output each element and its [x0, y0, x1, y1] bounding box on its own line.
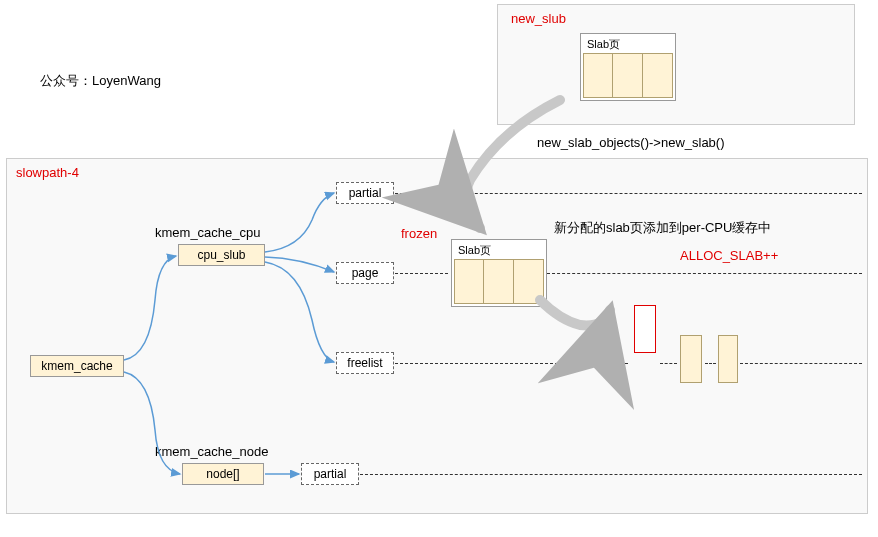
slab-cells-2 [454, 259, 544, 304]
slab-cell [613, 53, 643, 98]
node-label: kmem_cache_node [155, 444, 268, 459]
frozen-label: frozen [401, 226, 437, 241]
dash-freelist-c [705, 363, 716, 364]
node-box-text: node[] [206, 467, 239, 481]
slab-cell [583, 53, 613, 98]
credit-line: 公众号：LoyenWang [40, 72, 161, 90]
dash-freelist-d [740, 363, 862, 364]
func-path: new_slab_objects()->new_slab() [537, 135, 725, 150]
cpu-partial-box: partial [336, 182, 394, 204]
obj-rect [680, 335, 702, 383]
cpu-slub-text: cpu_slub [197, 248, 245, 262]
dash-partial [395, 193, 862, 194]
new-slub-container: new_slub Slab页 [497, 4, 855, 125]
cpu-slub-box: cpu_slub [178, 244, 265, 266]
kmem-cache-label: kmem_cache [41, 359, 112, 373]
slab-cell [514, 259, 544, 304]
dash-node-partial [360, 474, 862, 475]
slowpath-container: slowpath-4 [6, 158, 868, 514]
obj-rect-red [634, 305, 656, 353]
node-partial-text: partial [314, 467, 347, 481]
dash-freelist-b [660, 363, 677, 364]
slab-header: Slab页 [583, 36, 673, 53]
node-box: node[] [182, 463, 264, 485]
new-slub-slab: Slab页 [580, 33, 676, 101]
credit-prefix: 公众号： [40, 73, 92, 88]
slowpath-slab: Slab页 [451, 239, 547, 307]
obj-rect [718, 335, 738, 383]
slab-cell [454, 259, 484, 304]
slab-header-2: Slab页 [454, 242, 544, 259]
slab-cell [484, 259, 514, 304]
slab-cells [583, 53, 673, 98]
note2: ALLOC_SLAB++ [680, 248, 778, 263]
dash-page-b [547, 273, 862, 274]
dash-page-a [395, 273, 448, 274]
dash-freelist-a [395, 363, 628, 364]
slab-cell [643, 53, 673, 98]
cpu-label: kmem_cache_cpu [155, 225, 261, 240]
kmem-cache-node-box: kmem_cache [30, 355, 124, 377]
credit-name: LoyenWang [92, 73, 161, 88]
node-partial-box: partial [301, 463, 359, 485]
cpu-page-text: page [352, 266, 379, 280]
note1: 新分配的slab页添加到per-CPU缓存中 [554, 219, 771, 237]
new-slub-title: new_slub [511, 11, 566, 26]
cpu-freelist-box: freelist [336, 352, 394, 374]
cpu-freelist-text: freelist [347, 356, 382, 370]
slowpath-title: slowpath-4 [16, 165, 79, 180]
cpu-partial-text: partial [349, 186, 382, 200]
cpu-page-box: page [336, 262, 394, 284]
